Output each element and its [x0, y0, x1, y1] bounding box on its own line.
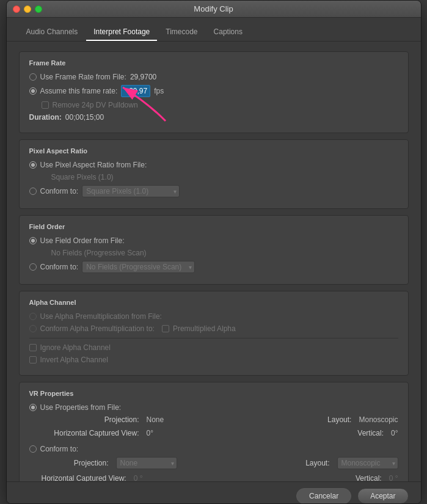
field-order-select-wrapper: No Fields (Progressive Scan): [82, 261, 195, 273]
duration-row: Duration: 00;00;15;00: [29, 113, 398, 122]
minimize-button[interactable]: [24, 5, 31, 13]
vr-conform-hcv-label: Horizontal Captured View:: [42, 474, 126, 481]
vr-conform-projection-select-wrapper: None: [116, 457, 177, 469]
alpha-conform-label: Conform Alpha Premultiplication to:: [40, 324, 155, 333]
vr-conform-details: Projection: None Layout: Monoscopic: [42, 457, 398, 481]
frame-rate-title: Frame Rate: [29, 59, 398, 67]
cancel-button[interactable]: Cancelar: [296, 488, 351, 504]
tab-audio-channels[interactable]: Audio Channels: [19, 24, 86, 41]
vr-from-file-projection-value: None: [147, 415, 164, 424]
vr-from-file-vertical-value: 0°: [391, 429, 398, 437]
content-area: Frame Rate Use Frame Rate from File: 29,…: [7, 42, 421, 481]
invert-alpha-checkbox[interactable]: [29, 356, 37, 363]
vr-from-file-vertical-row: Vertical: 0°: [357, 429, 398, 437]
tab-timecode[interactable]: Timecode: [158, 24, 205, 41]
assume-frame-rate-label: Assume this frame rate:: [40, 87, 118, 95]
vr-from-file-radio[interactable]: [29, 404, 37, 411]
vr-conform-projection-select[interactable]: None: [116, 457, 177, 469]
frame-rate-from-file-label: Use Frame Rate from File:: [40, 73, 126, 81]
remove-pulldown-checkbox[interactable]: [42, 101, 49, 109]
assume-frame-rate-row: Assume this frame rate: fps: [29, 85, 398, 97]
window-title: Modify Clip: [194, 4, 233, 13]
premultiplied-alpha-checkbox[interactable]: [162, 325, 169, 332]
pixel-aspect-conform-row: Conform to: Square Pixels (1.0): [29, 185, 398, 197]
pixel-aspect-conform-label: Conform to:: [40, 187, 79, 195]
vr-from-file-layout-label: Layout:: [327, 415, 351, 424]
duration-label: Duration:: [29, 113, 62, 122]
vr-from-file-layout-value: Monoscopic: [359, 415, 398, 424]
vr-conform-layout-select[interactable]: Monoscopic: [337, 457, 398, 469]
ignore-alpha-checkbox[interactable]: [29, 344, 37, 351]
vr-from-file-label: Use Properties from File:: [40, 403, 122, 412]
vr-conform-hcv-value: 0 °: [134, 474, 143, 481]
vr-conform-projection-label: Projection:: [42, 459, 109, 467]
vr-conform-layout-label: Layout:: [305, 459, 329, 467]
close-button[interactable]: [13, 5, 20, 13]
pixel-aspect-from-file-sub: Square Pixels (1.0): [51, 173, 398, 181]
field-order-select[interactable]: No Fields (Progressive Scan): [82, 261, 195, 273]
duration-value: 00;00;15;00: [65, 113, 104, 122]
vr-conform-radio[interactable]: [29, 445, 37, 453]
remove-pulldown-label: Remove 24p DV Pulldown: [53, 101, 138, 109]
tab-bar: Audio Channels Interpret Footage Timecod…: [7, 18, 421, 42]
vr-conform-layout-select-wrapper: Monoscopic: [337, 457, 398, 469]
frame-rate-from-file-radio[interactable]: [29, 73, 37, 81]
alpha-conform-row: Conform Alpha Premultiplication to: Prem…: [29, 324, 398, 333]
field-order-from-file-sub-value: No Fields (Progressive Scan): [51, 249, 147, 257]
vr-conform-projection-row: Projection: None: [42, 457, 177, 469]
field-order-from-file-radio[interactable]: [29, 237, 37, 244]
footer: Cancelar Aceptar: [7, 481, 421, 504]
frame-rate-section: Frame Rate Use Frame Rate from File: 29,…: [19, 51, 409, 133]
vr-conform-vertical-label: Vertical:: [356, 474, 382, 481]
pixel-aspect-from-file-radio[interactable]: [29, 161, 37, 169]
pixel-aspect-from-file-label: Use Pixel Aspect Ratio from File:: [40, 161, 147, 169]
alpha-premult-from-file-radio[interactable]: [29, 313, 37, 320]
vr-from-file-layout-row: Layout: Monoscopic: [327, 415, 398, 424]
ignore-alpha-row: Ignore Alpha Channel: [29, 343, 398, 352]
alpha-channel-title: Alpha Channel: [29, 299, 398, 306]
vr-from-file-hcv-row: Horizontal Captured View: 0°: [42, 429, 153, 437]
vr-conform-row: Conform to:: [29, 445, 398, 453]
premultiplied-alpha-label: Premultiplied Alpha: [173, 324, 236, 333]
ignore-alpha-label: Ignore Alpha Channel: [40, 343, 111, 352]
field-order-conform-label: Conform to:: [40, 263, 79, 271]
frame-rate-from-file-value: 29,9700: [130, 73, 156, 81]
traffic-lights: [13, 5, 42, 13]
accept-button[interactable]: Aceptar: [357, 488, 408, 504]
vr-conform-layout-row: Layout: Monoscopic: [305, 457, 398, 469]
titlebar: Modify Clip: [7, 1, 421, 18]
pixel-aspect-select[interactable]: Square Pixels (1.0): [82, 185, 180, 197]
alpha-premult-from-file-row: Use Alpha Premultiplication from File:: [29, 312, 398, 321]
vr-conform-vertical-row: Vertical: 0 °: [356, 474, 398, 481]
field-order-conform-radio[interactable]: [29, 263, 37, 271]
vr-properties-section: VR Properties Use Properties from File: …: [19, 382, 409, 481]
field-order-title: Field Order: [29, 223, 398, 230]
alpha-conform-radio[interactable]: [29, 325, 37, 332]
vr-from-file-hcv-label: Horizontal Captured View:: [42, 429, 139, 437]
assume-frame-rate-radio[interactable]: [29, 87, 37, 95]
pixel-aspect-from-file-sub-value: Square Pixels (1.0): [51, 173, 114, 181]
remove-pulldown-row: Remove 24p DV Pulldown: [42, 101, 398, 109]
fps-label: fps: [154, 87, 164, 95]
vr-conform-label: Conform to:: [40, 445, 79, 453]
vr-properties-title: VR Properties: [29, 390, 398, 397]
field-order-from-file-label: Use Field Order from File:: [40, 236, 125, 245]
maximize-button[interactable]: [35, 5, 42, 13]
pixel-aspect-from-file-row: Use Pixel Aspect Ratio from File:: [29, 161, 398, 169]
vr-conform-hcv-row: Horizontal Captured View: 0 °: [42, 474, 143, 481]
vr-from-file-details: Projection: None Layout: Monoscopic Hori…: [42, 415, 398, 440]
vr-from-file-projection-label: Projection:: [42, 415, 139, 424]
field-order-conform-row: Conform to: No Fields (Progressive Scan): [29, 261, 398, 273]
pixel-aspect-title: Pixel Aspect Ratio: [29, 147, 398, 155]
vr-from-file-row: Use Properties from File:: [29, 403, 398, 412]
pixel-aspect-conform-radio[interactable]: [29, 188, 37, 195]
vr-from-file-projection-row: Projection: None: [42, 415, 164, 424]
tab-interpret-footage[interactable]: Interpret Footage: [86, 24, 157, 41]
field-order-from-file-row: Use Field Order from File:: [29, 236, 398, 245]
field-order-section: Field Order Use Field Order from File: N…: [19, 215, 409, 285]
pixel-aspect-select-wrapper: Square Pixels (1.0): [82, 185, 180, 197]
frame-rate-input[interactable]: [121, 85, 150, 97]
tab-captions[interactable]: Captions: [206, 24, 250, 41]
alpha-premult-from-file-label: Use Alpha Premultiplication from File:: [40, 312, 162, 321]
alpha-channel-section: Alpha Channel Use Alpha Premultiplicatio…: [19, 291, 409, 376]
